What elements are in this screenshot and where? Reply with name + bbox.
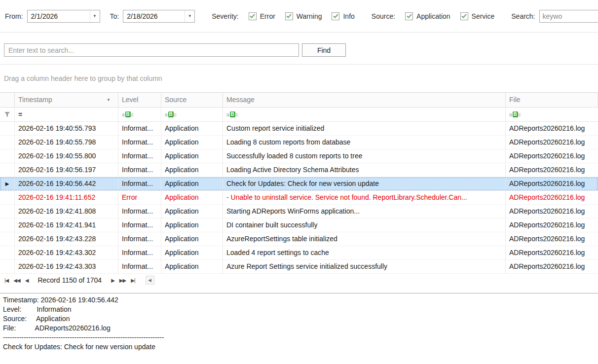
cell-level: Informat... [118,136,161,149]
table-row[interactable]: 2026-02-16 19:40:55.800 Informat... Appl… [0,149,598,163]
filter-cell-file[interactable]: aBc [506,108,598,121]
table-row[interactable]: 2026-02-16 19:42:43.302 Informat... Appl… [0,246,598,260]
chevron-down-icon[interactable]: ▼ [90,10,100,22]
checkbox-checked-icon [249,12,257,20]
search-input[interactable] [4,43,299,57]
row-indicator: ▶ [0,177,15,190]
table-row[interactable]: 2026-02-16 19:42:43.228 Informat... Appl… [0,232,598,246]
cell-message: Custom report service initialized [223,122,506,135]
table-row[interactable]: 2026-02-16 19:41:11.652 Error Applicatio… [0,191,598,205]
auto-filter-row: = aBc aBc aBc aBc [0,108,598,122]
to-date-picker[interactable]: 2/18/2026 ▼ [123,10,195,23]
cell-source: Application [161,163,223,177]
filter-cell-source[interactable]: aBc [161,108,223,121]
find-button[interactable]: Find [302,43,346,57]
cell-file: ADReports20260216.log [506,177,598,190]
cell-source: Application [161,136,223,149]
checkbox-checked-icon [332,12,339,20]
cell-message: Starting ADReports WinForms application.… [223,205,506,218]
cell-level: Informat... [118,149,161,163]
equals-operator-icon[interactable]: = [18,108,22,121]
severity-error-checkbox[interactable]: Error [249,12,275,20]
table-row[interactable]: 2026-02-16 19:40:56.197 Informat... Appl… [0,163,598,177]
checkbox-checked-icon [405,12,413,20]
text-filter-icon[interactable]: aBc [165,111,177,117]
prev-record-button[interactable]: ◀ [25,278,29,283]
header-indicator-cell [0,93,15,107]
prev-page-button[interactable]: ◀◀ [13,278,20,283]
column-header-message[interactable]: Message [223,93,506,107]
source-application-checkbox[interactable]: Application [405,12,450,20]
table-row[interactable]: ▶ 2026-02-16 19:40:56.442 Informat... Ap… [0,177,598,191]
text-filter-icon[interactable]: aBc [226,111,238,117]
cell-level: Informat... [118,177,161,190]
filter-toolbar: From: 2/1/2026 ▼ To: 2/18/2026 ▼ Severit… [0,0,598,33]
cell-level: Informat... [118,163,161,177]
cell-file: ADReports20260216.log [506,205,598,218]
chevron-down-icon[interactable]: ▼ [185,10,194,22]
search-bar: Find [0,33,598,65]
grid-header-row: Timestamp ▼ Level Source Message File [0,93,598,108]
to-label: To: [110,12,119,20]
row-indicator [0,149,15,163]
cell-level: Error [118,191,161,204]
from-date-value: 2/1/2026 [28,12,90,20]
cell-message: - Unable to uninstall service. Service n… [223,191,506,204]
row-indicator [0,246,15,259]
table-row[interactable]: 2026-02-16 19:42:41.808 Informat... Appl… [0,205,598,218]
checkbox-checked-icon [285,12,293,20]
cell-source: Application [161,205,223,218]
splitter-divider[interactable] [0,287,598,293]
first-record-button[interactable]: |◀ [4,278,8,283]
row-indicator [0,218,15,232]
cell-file: ADReports20260216.log [506,218,598,232]
row-indicator [0,163,15,177]
filter-funnel-icon [0,108,15,121]
group-by-panel[interactable]: Drag a column header here to group by th… [0,65,598,93]
cell-level: Informat... [118,122,161,135]
next-record-button[interactable]: ▶ [111,278,114,283]
cell-file: ADReports20260216.log [506,122,598,135]
cell-level: Informat... [118,260,161,273]
severity-info-checkbox[interactable]: Info [332,12,354,20]
row-indicator [0,205,15,218]
sort-desc-icon[interactable]: ▼ [107,93,111,107]
cell-timestamp: 2026-02-16 19:41:11.652 [15,191,118,204]
column-header-timestamp[interactable]: Timestamp ▼ [15,93,118,107]
filter-cell-level[interactable]: aBc [118,108,161,121]
cell-timestamp: 2026-02-16 19:42:43.228 [15,232,118,246]
cell-level: Informat... [118,205,161,218]
column-header-source[interactable]: Source [161,93,223,107]
column-header-level[interactable]: Level [118,93,161,107]
keyword-search-input[interactable] [539,10,598,23]
last-record-button[interactable]: ▶| [131,278,135,283]
cell-timestamp: 2026-02-16 19:40:55.793 [15,122,118,135]
table-row[interactable]: 2026-02-16 19:42:41.941 Informat... Appl… [0,218,598,232]
cell-source: Application [161,246,223,259]
cell-message: DI container built successfully [223,218,506,232]
cell-message: AzureReportSettings table initialized [223,232,506,246]
cell-message: Azure Report Settings service initialize… [223,260,506,273]
cell-timestamp: 2026-02-16 19:42:43.302 [15,246,118,259]
severity-warning-checkbox[interactable]: Warning [285,12,322,20]
source-service-checkbox[interactable]: Service [460,12,495,20]
column-header-file[interactable]: File [506,93,598,107]
detail-line: Source: Application [3,314,595,324]
table-row[interactable]: 2026-02-16 19:40:55.793 Informat... Appl… [0,122,598,136]
hscroll-left-arrow-button[interactable]: ◀ [146,276,154,285]
next-page-button[interactable]: ▶▶ [119,278,126,283]
table-row[interactable]: 2026-02-16 19:42:43.303 Informat... Appl… [0,260,598,274]
cell-file: ADReports20260216.log [506,246,598,259]
filter-cell-timestamp[interactable]: = [15,108,118,121]
cell-timestamp: 2026-02-16 19:40:55.800 [15,149,118,163]
search-label: Search: [511,12,535,20]
from-date-picker[interactable]: 2/1/2026 ▼ [27,10,100,23]
filter-cell-message[interactable]: aBc [223,108,506,121]
cell-level: Informat... [118,246,161,259]
text-filter-icon[interactable]: aBc [509,111,521,117]
cell-timestamp: 2026-02-16 19:42:41.941 [15,218,118,232]
cell-message: Check for Updates: Check for new version… [223,177,506,190]
grid-body: 2026-02-16 19:40:55.793 Informat... Appl… [0,122,598,274]
table-row[interactable]: 2026-02-16 19:40:55.798 Informat... Appl… [0,136,598,149]
text-filter-icon[interactable]: aBc [122,111,134,117]
